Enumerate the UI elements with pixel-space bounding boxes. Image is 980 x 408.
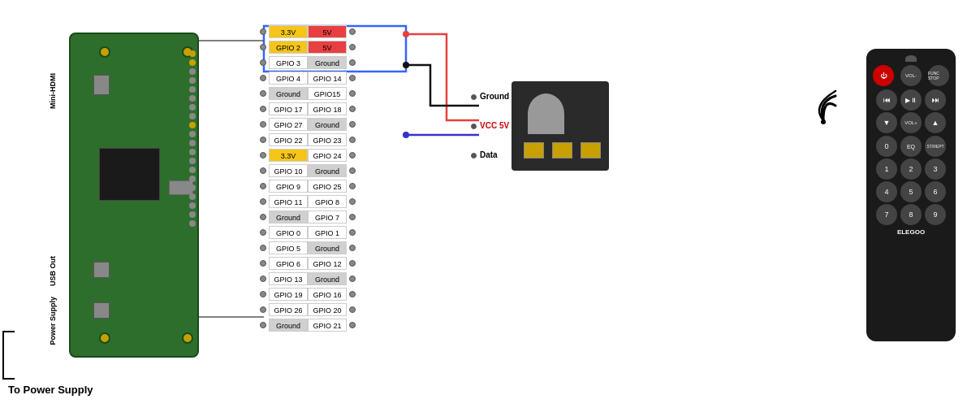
gpio-row: GPIO 17GPIO 18 [260,102,356,116]
usb-out-label: USB Out [49,256,57,286]
gpio-pin-row [189,50,196,227]
gpio-dot-right [349,106,356,112]
play-pause-button[interactable]: ▶⏸ [900,89,922,111]
wireless-signal-icon [801,89,846,137]
gpio-row: GroundGPIO15 [260,86,356,101]
btn-1[interactable]: 1 [876,158,897,180]
down-button[interactable]: ▼ [876,112,897,133]
gpio-row: GroundGPIO 7 [260,210,356,224]
power-button[interactable]: ⏻ [873,65,894,86]
pcb-pad-1 [524,142,544,158]
gpio-dot-left [260,28,266,35]
gpio-cell-left: 3.3V [269,25,308,38]
gpio-table: 3.3V5VGPIO 25VGPIO 3GroundGPIO 4GPIO 14G… [260,24,356,333]
btn-2[interactable]: 2 [900,158,922,180]
gpio-row: GPIO 22GPIO 23 [260,132,356,147]
remote-row-6: 4 5 6 [873,181,949,202]
svg-point-6 [403,132,409,138]
gpio-dot-left [260,245,266,251]
gpio-cell-right: Ground [308,118,347,131]
gpio-row: GPIO 11GPIO 8 [260,194,356,209]
remote-row-4: 0 EQ ST/REPT [873,136,949,157]
gpio-row: GPIO 26GPIO 20 [260,302,356,317]
gpio-cell-left: GPIO 11 [269,195,308,208]
gpio-row: GPIO 5Ground [260,241,356,255]
gpio-dot-left [260,306,266,313]
diagram-container: Mini-HDMI USB Out Power Supply 3.3V5VGPI… [0,0,980,408]
remote-row-2: ⏮ ▶⏸ ⏭ [873,89,949,111]
next-button[interactable]: ⏭ [925,89,946,111]
btn-0[interactable]: 0 [876,136,897,157]
gpio-cell-left: GPIO 6 [269,257,308,270]
gpio-dot-right [349,260,356,267]
gpio-dot-right [349,229,356,236]
mount-hole-tl [99,46,110,58]
btn-6[interactable]: 6 [925,181,946,202]
ir-sensor-module [512,81,617,187]
gpio-cell-left: GPIO 26 [269,303,308,316]
btn-st-rept[interactable]: ST/REPT [925,136,946,157]
btn-4[interactable]: 4 [876,181,897,202]
gpio-cell-left: GPIO 0 [269,226,308,239]
gpio-row: GPIO 6GPIO 12 [260,256,356,271]
gpio-cell-left: GPIO 13 [269,272,308,285]
power-port [93,302,110,319]
btn-7[interactable]: 7 [876,204,897,225]
gpio-cell-left: GPIO 27 [269,118,308,131]
gpio-dot-right [349,183,356,189]
raspberry-pi-board: Mini-HDMI USB Out Power Supply [45,24,207,366]
gpio-row: GPIO 25V [260,40,356,54]
remote-row-5: 1 2 3 [873,158,949,180]
gpio-dot-right [349,214,356,220]
gpio-cell-left: Ground [269,87,308,100]
gpio-cell-right: GPIO 14 [308,72,347,85]
vol-minus-button[interactable]: VOL- [900,65,922,86]
gpio-cell-right: GPIO 1 [308,226,347,239]
main-chip [99,148,160,201]
gpio-cell-left: Ground [269,211,308,224]
btn-8[interactable]: 8 [900,204,922,225]
gpio-dot-left [260,229,266,236]
gpio-cell-left: GPIO 17 [269,102,308,115]
gpio-dot-left [260,322,266,328]
gpio-row: 3.3V5V [260,24,356,39]
to-power-supply-label: To Power Supply [8,384,93,396]
gpio-dot-right [349,121,356,128]
gpio-cell-right: GPIO 21 [308,319,347,332]
gpio-dot-right [349,44,356,50]
btn-eq[interactable]: EQ [900,136,922,157]
btn-3[interactable]: 3 [925,158,946,180]
gpio-dot-left [260,198,266,205]
gpio-dot-left [260,121,266,128]
gpio-row: GPIO 19GPIO 16 [260,287,356,302]
gpio-row: GPIO 27Ground [260,117,356,132]
sensor-vcc-label: VCC 5V [471,119,509,133]
mini-hdmi-label: Mini-HDMI [49,73,57,109]
gpio-cell-right: GPIO 8 [308,195,347,208]
btn-9[interactable]: 9 [925,204,946,225]
gpio-cell-right: GPIO 25 [308,180,347,193]
gpio-cell-left: GPIO 19 [269,288,308,301]
gpio-cell-left: GPIO 9 [269,180,308,193]
gpio-dot-right [349,291,356,297]
gpio-row: GPIO 4GPIO 14 [260,71,356,85]
gpio-cell-right: 5V [308,25,347,38]
gpio-dot-right [349,276,356,282]
sensor-data-label: Data [471,148,509,163]
gpio-dot-left [260,260,266,267]
gpio-cell-right: GPIO 24 [308,149,347,162]
gpio-dot-left [260,152,266,158]
prev-button[interactable]: ⏮ [876,89,897,111]
gpio-dot-right [349,90,356,97]
gpio-dot-left [260,90,266,97]
gpio-cell-left: GPIO 5 [269,241,308,254]
gpio-row: GPIO 9GPIO 25 [260,179,356,193]
gpio-dot-right [349,137,356,143]
btn-5[interactable]: 5 [900,181,922,202]
gpio-dot-right [349,152,356,158]
func-stop-button[interactable]: FUNC STOP [928,65,949,86]
up-button[interactable]: ▲ [925,112,946,133]
vol-plus-button[interactable]: VOL+ [900,112,922,133]
gpio-cell-right: Ground [308,241,347,254]
gpio-dot-right [349,322,356,328]
